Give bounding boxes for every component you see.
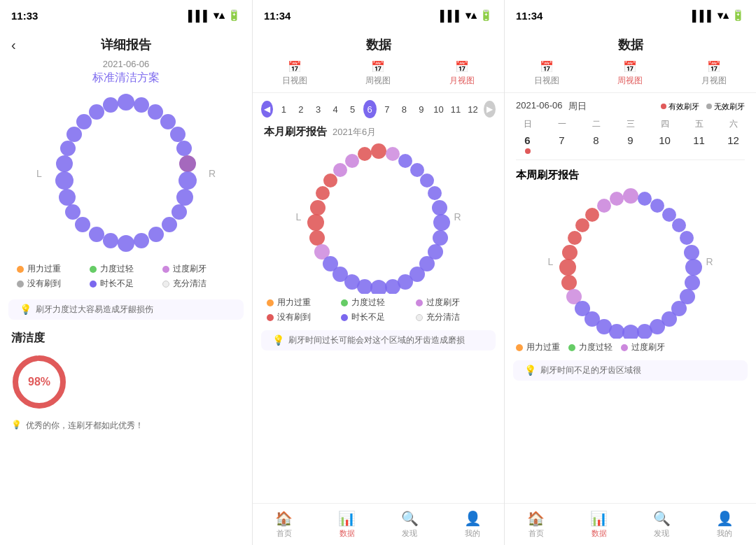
tab-daily-2[interactable]: 📅 日视图 [276,57,313,90]
page-title-2: 数据 [366,36,391,53]
day-8[interactable]: 8 [398,100,411,118]
nav-data-3[interactable]: 📊 数据 [590,510,608,539]
legend3-light: 力度过轻 [568,341,612,353]
day-6[interactable]: 6 [363,100,377,118]
tab-weekly-icon-2: 📅 [371,60,385,73]
legend-1: 用力过重 力度过轻 过度刷牙 没有刷到 时长不足 充分清洁 [0,257,252,295]
svg-point-0 [118,94,134,111]
wday-12[interactable]: 12 [716,134,750,154]
tab-monthly-icon-3: 📅 [707,60,721,73]
nav-discover-label-3: 发现 [654,528,669,539]
legend-item-missed: 没有刷到 [17,278,90,290]
legend3-dot-heavy [516,344,523,351]
day-1[interactable]: 1 [277,100,290,118]
ldot-effective [661,104,666,109]
nav-profile-label-2: 我的 [465,528,480,539]
svg-point-74 [672,218,686,232]
svg-point-72 [650,199,664,213]
view-tabs-3[interactable]: 📅 日视图 📅 周视图 📅 月视图 [505,57,756,93]
svg-point-13 [162,217,177,232]
legend3-dot-light [568,344,575,351]
month-prev-btn[interactable]: ◀ [261,101,273,118]
legend-label-clean: 充分清洁 [173,278,206,290]
svg-point-21 [59,189,76,206]
nav-discover-3[interactable]: 🔍 发现 [653,510,671,539]
day-3[interactable]: 3 [312,100,325,118]
nav-profile-2[interactable]: 👤 我的 [464,510,482,539]
legend-dot-heavy [17,266,24,273]
svg-point-11 [176,189,193,206]
svg-point-32 [323,174,337,187]
legend-dot-over [162,266,169,273]
wday-9[interactable]: 9 [613,134,648,154]
day-9[interactable]: 9 [415,100,428,118]
tooth-svg-3 [547,185,715,339]
svg-point-25 [66,127,82,142]
bottom-nav-3: 🏠 首页 📊 数据 🔍 发现 👤 我的 [505,503,756,545]
tab-weekly-2[interactable]: 📅 周视图 [360,57,396,90]
nav-data-label-2: 数据 [340,528,355,539]
back-button[interactable]: ‹ [11,37,16,53]
day-10[interactable]: 10 [432,100,445,118]
tab-monthly-3[interactable]: 📅 月视图 [696,57,732,90]
day-2[interactable]: 2 [295,100,308,118]
nav-home-2[interactable]: 🏠 首页 [275,510,293,539]
wday-11[interactable]: 11 [682,134,716,154]
tooth-diagram-2: L R [295,140,463,294]
time-2: 11:34 [264,10,290,22]
battery-icon-2: 🔋 [479,9,493,22]
day-4[interactable]: 4 [329,100,342,118]
svg-point-49 [433,214,450,231]
nav-home-label-3: 首页 [528,528,544,539]
day-7[interactable]: 7 [381,100,394,118]
signal-icon: ▌▌▌ [188,10,211,22]
day-5[interactable]: 5 [346,100,359,118]
tab-daily-3[interactable]: 📅 日视图 [528,57,565,90]
wday-dot-9 [628,148,634,154]
battery-icon-3: 🔋 [732,9,745,22]
panel-detailed-report: 11:33 ▌▌▌ ▾▴ 🔋 ‹ 详细报告 2021-06-06 标准清洁方案 … [0,0,252,545]
nav-data-label-3: 数据 [592,528,607,539]
svg-point-15 [134,233,149,248]
wday-10[interactable]: 10 [648,134,682,154]
svg-point-62 [562,245,578,260]
day-12[interactable]: 12 [466,100,479,118]
tab-monthly-icon-2: 📅 [455,60,469,73]
tip-icon-1: 💡 [20,304,31,315]
legend2-dot-heavy [267,299,274,306]
signal-icon-3: ▌▌▌ [692,10,715,22]
tab-daily-label-3: 日视图 [534,75,559,87]
svg-point-64 [561,275,577,290]
day-11[interactable]: 11 [449,100,463,118]
svg-point-10 [178,171,197,190]
right-label-2: R [454,211,461,222]
wday-8[interactable]: 8 [579,134,613,154]
svg-point-55 [385,279,400,294]
wday-6[interactable]: 6 [510,134,545,154]
nav-discover-2[interactable]: 🔍 发现 [401,510,419,539]
tab-daily-label-2: 日视图 [282,75,307,87]
svg-point-41 [357,279,372,294]
svg-point-48 [432,200,447,215]
tab-monthly-2[interactable]: 📅 月视图 [444,57,480,90]
svg-point-30 [345,154,359,168]
nav-data-2[interactable]: 📊 数据 [338,510,356,539]
legend2-dot-missed [267,314,274,321]
svg-point-20 [65,204,80,220]
view-tabs-2[interactable]: 📅 日视图 📅 周视图 📅 月视图 [253,57,504,93]
svg-point-73 [662,208,676,222]
tooth-svg-2 [295,140,463,294]
legend-item-short: 时长不足 [90,278,162,290]
tab-weekly-3[interactable]: 📅 周视图 [612,57,648,90]
nav-home-3[interactable]: 🏠 首页 [527,510,545,539]
svg-point-46 [420,174,434,187]
status-icons-2: ▌▌▌ ▾▴ 🔋 [440,9,493,22]
svg-point-28 [371,143,386,159]
month-label: 2021年6月 [332,126,376,139]
svg-point-77 [685,259,702,276]
month-next-btn[interactable]: ▶ [484,101,496,118]
wday-7[interactable]: 7 [545,134,579,154]
legend3-over: 过度刷牙 [621,341,665,353]
nav-profile-3[interactable]: 👤 我的 [716,510,734,539]
svg-point-4 [134,97,149,113]
